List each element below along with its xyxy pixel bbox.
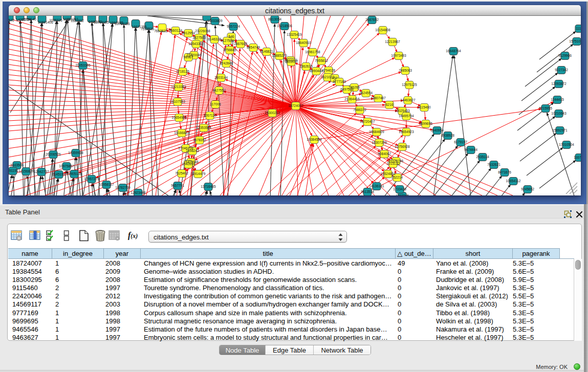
svg-text:14136141: 14136141 (369, 184, 384, 188)
svg-text:6497508: 6497508 (340, 87, 354, 91)
svg-text:10719155: 10719155 (94, 20, 109, 24)
svg-text:12942737: 12942737 (34, 170, 49, 173)
svg-text:6179197: 6179197 (454, 140, 467, 144)
svg-text:14495794: 14495794 (399, 114, 414, 118)
svg-text:1540994: 1540994 (182, 162, 195, 166)
svg-text:16782759: 16782759 (115, 186, 130, 189)
svg-text:17957275: 17957275 (84, 177, 99, 181)
svg-text:7955812: 7955812 (315, 59, 328, 62)
svg-text:10154808: 10154808 (375, 28, 390, 32)
svg-text:1362615: 1362615 (299, 64, 313, 68)
svg-text:1292345: 1292345 (396, 194, 409, 195)
svg-text:9129966: 9129966 (558, 54, 572, 57)
svg-text:12353584: 12353584 (196, 126, 211, 129)
svg-text:14463627: 14463627 (400, 98, 416, 102)
svg-text:9127508: 9127508 (221, 39, 234, 42)
svg-text:20053346: 20053346 (75, 63, 91, 67)
svg-text:9896?: 9896? (184, 55, 193, 59)
svg-text:18640910: 18640910 (296, 41, 311, 45)
svg-text:12213383: 12213383 (171, 85, 186, 89)
svg-text:8471676: 8471676 (498, 170, 511, 174)
svg-text:17010504: 17010504 (559, 143, 574, 146)
svg-text:18724007: 18724007 (288, 104, 303, 107)
svg-text:1145194: 1145194 (52, 172, 66, 176)
svg-text:2935114: 2935114 (476, 155, 489, 159)
svg-text:1527602: 1527602 (71, 19, 84, 23)
svg-text:12975125: 12975125 (402, 83, 417, 86)
svg-text:2803144: 2803144 (214, 76, 228, 79)
svg-text:15885270: 15885270 (272, 54, 287, 57)
svg-text:7632621: 7632621 (487, 163, 500, 166)
svg-text:13716485: 13716485 (201, 185, 216, 188)
svg-text:116753: 116753 (574, 156, 581, 159)
svg-text:9474444: 9474444 (464, 148, 477, 151)
svg-text:2718126: 2718126 (176, 70, 189, 73)
svg-text:19654923: 19654923 (399, 130, 414, 134)
svg-text:3678352: 3678352 (193, 138, 206, 142)
svg-text:1733426: 1733426 (393, 187, 406, 191)
svg-text:9227342: 9227342 (555, 68, 568, 72)
svg-text:1117: 1117 (576, 27, 581, 30)
svg-text:6216: 6216 (386, 103, 394, 106)
svg-text:1015132: 1015132 (386, 162, 400, 165)
svg-text:12905135: 12905135 (67, 172, 82, 176)
svg-text:8146328: 8146328 (208, 37, 221, 41)
svg-text:7663822: 7663822 (154, 29, 167, 33)
svg-text:10654985: 10654985 (171, 116, 187, 119)
svg-text:16648764: 16648764 (446, 49, 461, 53)
svg-text:252214: 252214 (391, 176, 403, 179)
svg-text:117006: 117006 (210, 102, 221, 106)
svg-text:19218506: 19218506 (277, 24, 292, 28)
svg-text:10210643: 10210643 (551, 112, 567, 115)
svg-text:20206576: 20206576 (46, 152, 61, 156)
svg-text:10025433: 10025433 (395, 109, 410, 113)
svg-text:1822037: 1822037 (285, 60, 298, 63)
svg-text:15692971: 15692971 (552, 128, 568, 132)
svg-text:8242848: 8242848 (220, 61, 233, 65)
svg-text:2069140: 2069140 (23, 17, 36, 21)
svg-text:391191: 391191 (9, 169, 18, 172)
svg-text:8454749: 8454749 (247, 46, 260, 49)
svg-text:11914479: 11914479 (191, 172, 206, 176)
svg-text:10654112: 10654112 (506, 179, 521, 183)
svg-text:15720407: 15720407 (360, 120, 375, 123)
svg-text:23226058: 23226058 (195, 29, 210, 33)
svg-text:9357224: 9357224 (227, 25, 240, 28)
svg-text:457: 457 (332, 76, 337, 80)
svg-text:10756928: 10756928 (395, 145, 410, 148)
svg-text:10684609: 10684609 (369, 130, 384, 134)
svg-text:10973493: 10973493 (391, 54, 406, 57)
svg-text:16107553: 16107553 (170, 100, 185, 103)
svg-text:7485063: 7485063 (399, 69, 412, 72)
svg-text:12156829: 12156829 (18, 169, 34, 173)
svg-text:3827503: 3827503 (192, 36, 206, 39)
svg-text:9777169: 9777169 (333, 80, 346, 83)
svg-text:16961758: 16961758 (305, 50, 320, 54)
svg-text:25300213: 25300213 (265, 111, 280, 115)
svg-text:12213967: 12213967 (385, 40, 400, 43)
svg-text:1640954: 1640954 (430, 128, 444, 132)
svg-text:9115460: 9115460 (418, 105, 431, 109)
svg-text:1405572: 1405572 (9, 18, 14, 22)
svg-text:7515526: 7515526 (141, 27, 154, 31)
svg-text:2867608: 2867608 (234, 42, 247, 46)
svg-text:19166822: 19166822 (174, 131, 189, 135)
svg-text:2087652: 2087652 (365, 18, 379, 21)
svg-text:16543362: 16543362 (188, 42, 204, 46)
svg-text:5215955: 5215955 (539, 106, 552, 110)
svg-text:8938928: 8938928 (441, 134, 454, 137)
svg-text:1443506: 1443506 (10, 163, 24, 167)
svg-text:9084067: 9084067 (378, 152, 391, 156)
svg-text:546: 546 (228, 35, 234, 38)
svg-text:8912954: 8912954 (182, 31, 195, 35)
svg-text:16033809: 16033809 (207, 19, 223, 23)
svg-text:1244415: 1244415 (551, 98, 564, 101)
svg-text:12923448: 12923448 (130, 191, 146, 194)
svg-text:8660124: 8660124 (169, 29, 182, 32)
svg-text:7986372: 7986372 (353, 108, 366, 112)
svg-text:18307209: 18307209 (372, 141, 387, 144)
svg-text:1085326: 1085326 (49, 18, 62, 22)
svg-text:8813054: 8813054 (268, 17, 281, 21)
svg-text:9657791: 9657791 (171, 184, 184, 187)
svg-text:10975857: 10975857 (59, 164, 74, 168)
